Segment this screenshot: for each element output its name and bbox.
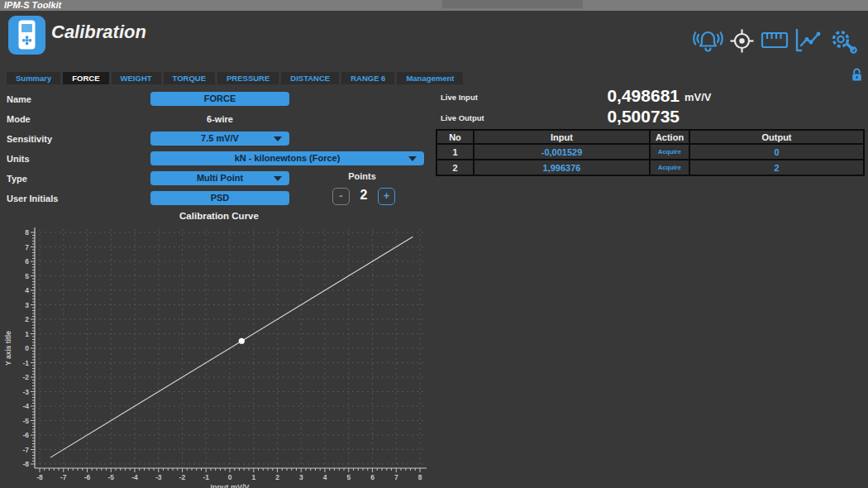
col-header-output: Output: [689, 130, 864, 144]
col-header-no: No: [436, 130, 474, 144]
live-input-label: Live Input: [441, 93, 478, 102]
svg-text:8: 8: [418, 473, 422, 481]
mode-label: Mode: [7, 112, 31, 127]
svg-text:-6: -6: [22, 431, 29, 439]
calibration-table: No Input Action Output 1 -0,001529 Acqui…: [436, 129, 865, 176]
chevron-down-icon: [274, 136, 282, 141]
svg-text:4: 4: [25, 286, 29, 294]
svg-text:-3: -3: [155, 473, 162, 481]
page-title: Calibration: [51, 22, 146, 43]
tab-torque[interactable]: TORQUE: [164, 72, 215, 84]
sensitivity-value: 7.5 mV/V: [201, 133, 239, 143]
unlock-icon[interactable]: [851, 67, 862, 84]
live-input-unit: mV/V: [684, 91, 712, 103]
svg-text:6: 6: [25, 257, 29, 266]
tab-management[interactable]: Management: [397, 72, 463, 84]
type-label: Type: [7, 172, 27, 186]
alarm-icon[interactable]: [693, 27, 723, 54]
app-window: IPM-S Toolkit Calibration: [0, 0, 868, 488]
svg-text:8: 8: [25, 228, 29, 237]
window-title: IPM-S Toolkit: [4, 0, 61, 11]
titlebar-shadow: [442, 0, 583, 8]
svg-text:-8: -8: [22, 460, 29, 468]
row2-acquire-button[interactable]: Acquire: [650, 160, 689, 175]
sensitivity-dropdown[interactable]: 7.5 mV/V: [150, 132, 289, 146]
chart-icon[interactable]: [794, 28, 823, 53]
svg-text:5: 5: [25, 272, 29, 280]
calibration-chart: -8-7-6-5-4-3-2-1012345678-8-7-6-5-4-3-2-…: [0, 223, 438, 488]
points-increment-button[interactable]: +: [378, 188, 395, 205]
chevron-down-icon: [274, 176, 282, 181]
svg-text:1: 1: [25, 330, 29, 338]
svg-text:-1: -1: [22, 359, 29, 367]
svg-text:-7: -7: [22, 446, 29, 454]
row2-input[interactable]: 1,996376: [474, 160, 650, 175]
live-input-value: 0,498681: [529, 86, 680, 106]
svg-text:7: 7: [25, 243, 29, 251]
units-dropdown[interactable]: kN - kilonewtons (Force): [150, 151, 424, 165]
svg-text:4: 4: [323, 473, 327, 481]
svg-text:2: 2: [25, 315, 29, 323]
user-initials-field[interactable]: PSD: [150, 191, 289, 205]
row1-acquire-button[interactable]: Acquire: [650, 144, 689, 160]
live-output-label: Live Output: [441, 113, 484, 122]
row1-input[interactable]: -0,001529: [474, 144, 650, 160]
app-logo-icon: [8, 16, 45, 58]
name-label: Name: [7, 93, 31, 107]
target-icon[interactable]: [729, 28, 755, 54]
svg-text:2: 2: [275, 473, 279, 481]
points-label: Points: [331, 171, 393, 181]
header-toolbar: [693, 26, 862, 55]
settings-icon[interactable]: [829, 27, 858, 54]
tab-bar: Summary FORCE WEIGHT TORQUE PRESSURE DIS…: [7, 72, 463, 84]
type-dropdown[interactable]: Multi Point: [150, 171, 289, 185]
tab-pressure[interactable]: PRESSURE: [217, 72, 279, 84]
tab-distance[interactable]: DISTANCE: [281, 72, 339, 84]
svg-text:-2: -2: [22, 373, 29, 381]
row2-output[interactable]: 2: [689, 160, 864, 175]
points-value: 2: [353, 188, 374, 203]
svg-text:-3: -3: [22, 388, 29, 396]
row1-no: 1: [436, 144, 474, 160]
svg-text:3: 3: [25, 301, 29, 309]
col-header-input: Input: [474, 130, 650, 144]
svg-text:-2: -2: [179, 473, 186, 481]
user-initials-label: User Initials: [7, 192, 58, 206]
svg-text:-5: -5: [107, 473, 114, 481]
svg-text:6: 6: [370, 473, 374, 481]
svg-text:-1: -1: [203, 473, 209, 481]
tab-weight[interactable]: WEIGHT: [112, 72, 161, 84]
table-row: 1 -0,001529 Acquire 0: [436, 144, 864, 160]
points-decrement-button[interactable]: -: [332, 188, 350, 205]
row2-no: 2: [436, 160, 474, 175]
row1-output[interactable]: 0: [689, 144, 864, 160]
titlebar: IPM-S Toolkit: [0, 0, 868, 11]
ruler-icon[interactable]: [761, 29, 789, 52]
table-row: 2 1,996376 Acquire 2: [436, 160, 864, 175]
svg-text:-6: -6: [84, 473, 91, 481]
svg-text:-5: -5: [22, 417, 29, 425]
svg-text:-4: -4: [131, 473, 138, 481]
svg-text:3: 3: [299, 473, 303, 481]
chevron-down-icon: [408, 156, 417, 161]
y-axis-title: Y axis title: [4, 331, 12, 366]
sensitivity-label: Sensitivity: [7, 132, 52, 146]
svg-text:0: 0: [25, 344, 29, 352]
chart-title: Calibration Curve: [0, 211, 438, 221]
table-header-row: No Input Action Output: [436, 130, 864, 144]
tab-force[interactable]: FORCE: [63, 72, 108, 84]
mode-value: 6-wire: [150, 112, 289, 127]
tab-range6[interactable]: RANGE 6: [341, 72, 394, 84]
tab-summary[interactable]: Summary: [7, 72, 60, 84]
units-value: kN - kilonewtons (Force): [235, 153, 341, 163]
svg-text:-4: -4: [22, 402, 29, 410]
x-axis-title: Input mV/V: [211, 483, 250, 488]
live-output-value: 0,500735: [529, 107, 680, 127]
name-field[interactable]: FORCE: [150, 92, 289, 106]
svg-text:-8: -8: [36, 473, 43, 481]
svg-text:7: 7: [394, 473, 398, 481]
units-label: Units: [7, 152, 30, 166]
type-value: Multi Point: [197, 173, 243, 183]
col-header-action: Action: [650, 130, 689, 144]
svg-text:-7: -7: [60, 473, 67, 481]
